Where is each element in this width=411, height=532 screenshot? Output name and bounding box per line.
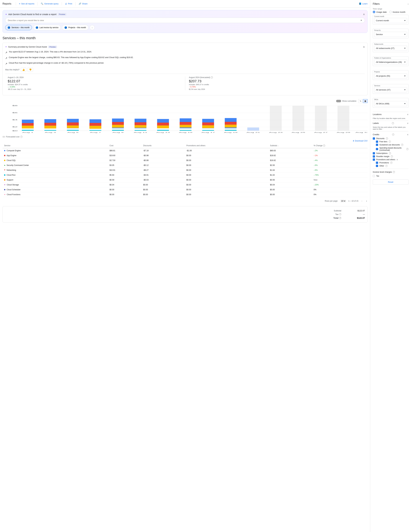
print-link[interactable]: 🖨 Print — [65, 2, 72, 5]
subscriptions-checkbox-row: Subscriptions ? — [373, 152, 409, 155]
reseller-margin-help-icon[interactable]: ? — [391, 155, 393, 158]
credits-title: Credits ? ∧ — [373, 133, 409, 136]
gemini-input-row[interactable]: ✦ — [5, 18, 365, 23]
sustained-use-help-icon[interactable]: ? — [401, 144, 403, 146]
other-checkbox[interactable] — [376, 165, 378, 167]
locations-header[interactable]: Locations ∨ — [373, 112, 409, 117]
metrics-row: August 1–19, 2024 $122.07 includes -$24.… — [5, 74, 365, 93]
col-subtotal[interactable]: Subtotal ↓ — [268, 143, 312, 148]
quick-report-projects[interactable]: 🔵 Projects – this month — [62, 25, 88, 30]
current-change-sub: -$5.21 over July 13 – 31, 2024 — [8, 88, 181, 90]
projects-select[interactable]: All projects (55) — [374, 73, 407, 78]
change-cell: ↓ 6% — [314, 164, 366, 166]
discounts-checkbox[interactable] — [373, 137, 375, 140]
discounts-help-icon[interactable]: ? — [386, 137, 388, 140]
services-section: Services All services (47) — [373, 84, 409, 95]
summary-bullet-2: ↗ Compute Engine was the largest charge,… — [5, 56, 365, 60]
thumbs-up-button[interactable]: 👍 — [21, 68, 26, 72]
rows-per-page-select[interactable]: 10 25 50 — [340, 200, 346, 202]
tax-invoice-checkbox[interactable] — [373, 175, 375, 177]
invoice-charges-help-icon[interactable]: ? — [393, 171, 395, 173]
generate-query-link[interactable]: 🔍 Generate query — [41, 2, 58, 5]
next-page-button[interactable]: › — [365, 199, 368, 203]
subscriptions-checkbox[interactable] — [373, 152, 375, 154]
sustained-use-checkbox[interactable] — [376, 144, 378, 146]
group-by-select[interactable]: Service — [374, 32, 407, 37]
usage-date-option[interactable]: Usage date — [373, 11, 387, 13]
gemini-title: ✦ Ask Gemini Cloud Assist to find or cre… — [5, 13, 66, 16]
svg-text:Aug 27: Aug 27 — [314, 132, 328, 133]
total-value: $122.07 — [354, 217, 365, 219]
quick-report-last-invoice[interactable]: 🔵 Last invoice by service — [33, 25, 61, 30]
svg-text:Aug 31: Aug 31 — [355, 132, 368, 133]
table-row: ★ Cloud Storage $0.04 $0.00 $0.00 $0.04 … — [2, 182, 368, 187]
total-help-icon[interactable]: ? — [339, 217, 341, 219]
promotions-checkbox[interactable] — [376, 162, 378, 164]
summary-collapse-button[interactable]: ∧ — [363, 45, 365, 48]
svg-rect-37 — [157, 130, 169, 131]
col-service: Service — [2, 143, 108, 148]
tax-help-icon[interactable]: ? — [339, 213, 341, 215]
download-csv-link[interactable]: ⬇ Download CSV — [353, 140, 368, 142]
subscriptions-help-icon[interactable]: ? — [389, 152, 391, 154]
credits-help-icon[interactable]: ? — [392, 133, 394, 136]
promotions-help-icon[interactable]: ? — [390, 162, 392, 164]
forecast-metric-credits: includes -$43.27 in credits — [189, 84, 363, 86]
labels-help-icon[interactable]: ? — [392, 122, 394, 124]
reseller-margin-checkbox[interactable] — [373, 155, 375, 158]
other-help-icon[interactable]: ? — [385, 165, 388, 167]
current-metric-value: $122.07 — [8, 79, 181, 83]
line-chart-button[interactable]: ∿ — [358, 99, 363, 103]
metric-divider — [185, 76, 185, 90]
quick-reports-next-button[interactable]: › — [90, 25, 95, 30]
see-all-reports-link[interactable]: ≡ See all reports — [19, 2, 34, 5]
thumbs-down-button[interactable]: 👎 — [28, 68, 33, 72]
services-select[interactable]: All services (47) — [374, 87, 407, 92]
reset-filters-button[interactable]: Reset — [373, 180, 409, 185]
change-col-help-icon[interactable]: ? — [323, 144, 325, 147]
bar-chart-button[interactable]: ▦ — [363, 99, 368, 103]
change-cell: ↓ 4% — [314, 159, 366, 162]
svg-text:Aug 29: Aug 29 — [336, 132, 350, 133]
credits-section: Credits ? ∧ Discounts ? Free tiers ? Sus… — [373, 131, 409, 168]
labels-header[interactable]: Labels ? ∨ — [373, 121, 409, 126]
svg-rect-53 — [315, 106, 327, 131]
svg-rect-12 — [22, 126, 34, 128]
prev-page-button[interactable]: ‹ — [361, 199, 363, 203]
chevron-right-icon[interactable]: › — [408, 3, 409, 5]
spending-based-checkbox[interactable] — [376, 148, 378, 150]
share-link[interactable]: 🔗 Share — [79, 2, 88, 5]
forecast-cost-help-icon[interactable]: ? — [20, 136, 22, 138]
free-tiers-checkbox[interactable] — [376, 141, 378, 143]
free-tiers-help-icon[interactable]: ? — [389, 141, 391, 143]
folders-select[interactable]: All folders/organizations (28) — [374, 59, 407, 65]
cumulative-switch[interactable] — [336, 100, 341, 102]
summary-bullet-3: ↗ Cloud Run had the largest percentage c… — [5, 61, 365, 66]
svg-rect-28 — [112, 125, 124, 128]
current-metric-label: August 1–19, 2024 — [8, 76, 181, 78]
svg-rect-48 — [225, 125, 236, 127]
time-range-select[interactable]: Current month — [374, 18, 407, 23]
usage-date-radio[interactable] — [373, 11, 375, 13]
invoice-month-radio[interactable] — [389, 11, 392, 13]
chart-svg: $8 $6 $4 $2 $0 — [2, 104, 368, 136]
skus-select[interactable]: All SKUs (408) — [374, 101, 407, 106]
invoice-month-option[interactable]: Invoice month — [389, 11, 405, 13]
learn-link[interactable]: 📘 Learn — [359, 2, 368, 5]
svg-rect-27 — [112, 122, 124, 125]
svg-rect-44 — [202, 125, 214, 128]
spending-based-help-icon[interactable]: ? — [406, 148, 409, 150]
learn-icon: 📘 — [359, 2, 361, 5]
svg-text:$4: $4 — [12, 119, 18, 121]
gemini-collapse-button[interactable]: ∧ — [363, 13, 365, 16]
projects-field: Projects All projects (55) — [373, 70, 409, 80]
promotions-others-checkbox[interactable] — [373, 159, 375, 161]
quick-report-services[interactable]: 🔵 Services – this month — [5, 25, 32, 30]
summary-sparkle-icon: ✦ — [5, 46, 7, 48]
gemini-search-input[interactable] — [8, 19, 360, 22]
show-cumulative-toggle[interactable]: Show cumulative — [336, 100, 356, 102]
forecast-help-icon[interactable]: ? — [211, 76, 213, 78]
pagination-range: 1 – 10 of 15 — [348, 200, 358, 202]
subaccounts-select[interactable]: All subaccounts (27) — [374, 46, 407, 51]
table-row: Cloud SQL $17.50 -$0.88 $0.00 $16.62 ↓ 4… — [2, 158, 368, 163]
